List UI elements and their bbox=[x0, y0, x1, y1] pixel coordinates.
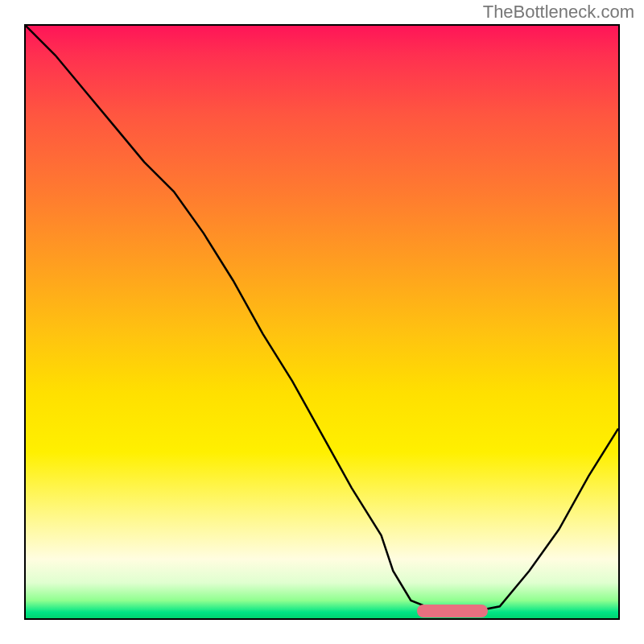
watermark-text: TheBottleneck.com bbox=[483, 2, 634, 23]
chart-area bbox=[24, 24, 620, 620]
chart-curve bbox=[26, 26, 618, 618]
optimal-range-marker bbox=[417, 605, 488, 617]
